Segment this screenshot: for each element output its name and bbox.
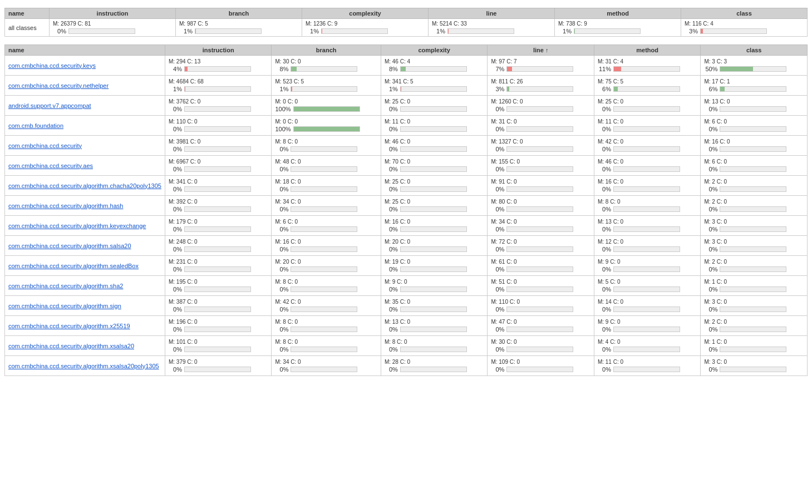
breakdown-cell-name[interactable]: com.cmbchina.ccd.security.algorithm.seal… <box>5 256 165 276</box>
summary-header-name: name <box>5 8 50 19</box>
breakdown-cell-name[interactable]: com.cmbchina.ccd.security.algorithm.xsal… <box>5 356 165 376</box>
breakdown-cell-class: M: 3 C: 3 50% <box>701 56 808 76</box>
breakdown-cell-name[interactable]: com.cmbchina.ccd.security.algorithm.x255… <box>5 316 165 336</box>
breakdown-cell-instruction: M: 4684 C: 68 1% <box>165 76 272 96</box>
package-link[interactable]: com.cmbchina.ccd.security.keys <box>8 62 96 69</box>
summary-cell-line: M: 5214 C: 33 1% <box>429 19 555 37</box>
breakdown-cell-line: M: 31 C: 0 0% <box>488 116 594 136</box>
package-link[interactable]: com.cmb.foundation <box>8 122 63 129</box>
breakdown-cell-complexity: M: 25 C: 0 0% <box>381 96 488 116</box>
package-link[interactable]: com.cmbchina.ccd.security.algorithm.xsal… <box>8 363 159 369</box>
breakdown-cell-method: M: 75 C: 5 6% <box>594 76 701 96</box>
breakdown-cell-line: M: 1260 C: 0 0% <box>488 96 594 116</box>
breakdown-cell-method: M: 9 C: 0 0% <box>594 256 701 276</box>
summary-header-instruction: instruction <box>50 8 176 19</box>
package-link[interactable]: com.cmbchina.ccd.security.algorithm.x255… <box>8 323 130 329</box>
breakdown-cell-instruction: M: 3762 C: 0 0% <box>165 96 272 116</box>
breakdown-cell-method: M: 11 C: 0 0% <box>594 356 701 376</box>
breakdown-cell-instruction: M: 231 C: 0 0% <box>165 256 272 276</box>
breakdown-cell-complexity: M: 19 C: 0 0% <box>381 256 488 276</box>
summary-cell-complexity: M: 1236 C: 9 1% <box>302 19 429 37</box>
summary-header-class: class <box>681 8 808 19</box>
summary-cell-name: all classes <box>5 19 50 37</box>
breakdown-cell-name[interactable]: com.cmbchina.ccd.security.algorithm.hash <box>5 196 165 216</box>
breakdown-cell-method: M: 31 C: 4 11% <box>594 56 701 76</box>
breakdown-cell-instruction: M: 6967 C: 0 0% <box>165 156 272 176</box>
breakdown-cell-class: M: 2 C: 0 0% <box>701 176 808 196</box>
table-row: com.cmbchina.ccd.security.algorithm.chac… <box>5 176 808 196</box>
package-link[interactable]: com.cmbchina.ccd.security.algorithm.keye… <box>8 223 146 229</box>
breakdown-cell-class: M: 2 C: 0 0% <box>701 256 808 276</box>
table-row: com.cmbchina.ccd.security.algorithm.hash… <box>5 196 808 216</box>
breakdown-header-complexity: complexity <box>381 45 488 56</box>
table-row: com.cmbchina.ccd.security.algorithm.seal… <box>5 256 808 276</box>
breakdown-cell-name[interactable]: com.cmbchina.ccd.security.algorithm.sign <box>5 296 165 316</box>
package-link[interactable]: com.cmbchina.ccd.security.algorithm.xsal… <box>8 343 134 349</box>
package-link[interactable]: com.cmbchina.ccd.security.algorithm.sals… <box>8 243 131 249</box>
package-link[interactable]: com.cmbchina.ccd.security.algorithm.chac… <box>8 182 161 189</box>
breakdown-cell-class: M: 17 C: 1 6% <box>701 76 808 96</box>
summary-header-line: line <box>429 8 555 19</box>
breakdown-cell-complexity: M: 25 C: 0 0% <box>381 196 488 216</box>
breakdown-header-instruction: instruction <box>165 45 272 56</box>
breakdown-cell-class: M: 6 C: 0 0% <box>701 156 808 176</box>
table-row: com.cmbchina.ccd.security.keys M: 294 C:… <box>5 56 808 76</box>
breakdown-cell-line: M: 34 C: 0 0% <box>488 216 594 236</box>
summary-table: nameinstructionbranchcomplexitylinemetho… <box>4 8 808 37</box>
breakdown-cell-complexity: M: 35 C: 0 0% <box>381 296 488 316</box>
breakdown-cell-name[interactable]: android.support.v7.appcompat <box>5 96 165 116</box>
summary-header-method: method <box>555 8 681 19</box>
breakdown-cell-branch: M: 30 C: 0 8% <box>272 56 381 76</box>
summary-cell-instruction: M: 26379 C: 81 0% <box>50 19 176 37</box>
breakdown-cell-branch: M: 0 C: 0 100% <box>272 96 381 116</box>
breakdown-cell-branch: M: 6 C: 0 0% <box>272 216 381 236</box>
package-link[interactable]: com.cmbchina.ccd.security.algorithm.sign <box>8 303 121 309</box>
summary-header-complexity: complexity <box>302 8 429 19</box>
breakdown-cell-line: M: 61 C: 0 0% <box>488 256 594 276</box>
breakdown-cell-instruction: M: 379 C: 0 0% <box>165 356 272 376</box>
breakdown-cell-line: M: 97 C: 7 7% <box>488 56 594 76</box>
breakdown-cell-name[interactable]: com.cmbchina.ccd.security.algorithm.sals… <box>5 236 165 256</box>
breakdown-cell-instruction: M: 248 C: 0 0% <box>165 236 272 256</box>
breakdown-cell-class: M: 13 C: 0 0% <box>701 96 808 116</box>
table-row: com.cmbchina.ccd.security.algorithm.xsal… <box>5 336 808 356</box>
table-row: com.cmbchina.ccd.security.algorithm.sals… <box>5 236 808 256</box>
breakdown-cell-name[interactable]: com.cmbchina.ccd.security.nethelper <box>5 76 165 96</box>
breakdown-cell-name[interactable]: com.cmbchina.ccd.security.aes <box>5 156 165 176</box>
breakdown-cell-method: M: 9 C: 0 0% <box>594 316 701 336</box>
package-link[interactable]: android.support.v7.appcompat <box>8 102 91 109</box>
breakdown-cell-instruction: M: 294 C: 13 4% <box>165 56 272 76</box>
package-link[interactable]: com.cmbchina.ccd.security.aes <box>8 162 93 169</box>
breakdown-cell-name[interactable]: com.cmbchina.ccd.security.algorithm.xsal… <box>5 336 165 356</box>
breakdown-cell-instruction: M: 195 C: 0 0% <box>165 276 272 296</box>
breakdown-cell-branch: M: 0 C: 0 100% <box>272 116 381 136</box>
breakdown-cell-branch: M: 34 C: 0 0% <box>272 356 381 376</box>
breakdown-cell-name[interactable]: com.cmb.foundation <box>5 116 165 136</box>
breakdown-cell-name[interactable]: com.cmbchina.ccd.security.algorithm.sha2 <box>5 276 165 296</box>
breakdown-cell-class: M: 2 C: 0 0% <box>701 196 808 216</box>
package-link[interactable]: com.cmbchina.ccd.security.algorithm.sha2 <box>8 283 123 289</box>
breakdown-cell-method: M: 46 C: 0 0% <box>594 156 701 176</box>
breakdown-cell-line: M: 47 C: 0 0% <box>488 316 594 336</box>
table-row: android.support.v7.appcompat M: 3762 C: … <box>5 96 808 116</box>
breakdown-cell-class: M: 3 C: 0 0% <box>701 356 808 376</box>
package-link[interactable]: com.cmbchina.ccd.security.nethelper <box>8 82 109 89</box>
breakdown-cell-name[interactable]: com.cmbchina.ccd.security <box>5 136 165 156</box>
table-row: com.cmbchina.ccd.security.algorithm.sha2… <box>5 276 808 296</box>
package-link[interactable]: com.cmbchina.ccd.security <box>8 142 82 149</box>
package-link[interactable]: com.cmbchina.ccd.security.algorithm.hash <box>8 202 123 209</box>
breakdown-cell-branch: M: 18 C: 0 0% <box>272 176 381 196</box>
summary-row: all classes M: 26379 C: 81 0% M: 987 C: … <box>5 19 808 37</box>
breakdown-cell-branch: M: 48 C: 0 0% <box>272 156 381 176</box>
breakdown-cell-name[interactable]: com.cmbchina.ccd.security.algorithm.chac… <box>5 176 165 196</box>
table-row: com.cmbchina.ccd.security.algorithm.sign… <box>5 296 808 316</box>
package-link[interactable]: com.cmbchina.ccd.security.algorithm.seal… <box>8 263 139 269</box>
breakdown-header-line_asc[interactable]: line ↑ <box>488 45 594 56</box>
summary-cell-class: M: 116 C: 4 3% <box>681 19 808 37</box>
breakdown-cell-line: M: 811 C: 26 3% <box>488 76 594 96</box>
breakdown-cell-name[interactable]: com.cmbchina.ccd.security.algorithm.keye… <box>5 216 165 236</box>
breakdown-cell-complexity: M: 9 C: 0 0% <box>381 276 488 296</box>
breakdown-cell-class: M: 2 C: 0 0% <box>701 316 808 336</box>
breakdown-cell-class: M: 6 C: 0 0% <box>701 116 808 136</box>
breakdown-cell-name[interactable]: com.cmbchina.ccd.security.keys <box>5 56 165 76</box>
